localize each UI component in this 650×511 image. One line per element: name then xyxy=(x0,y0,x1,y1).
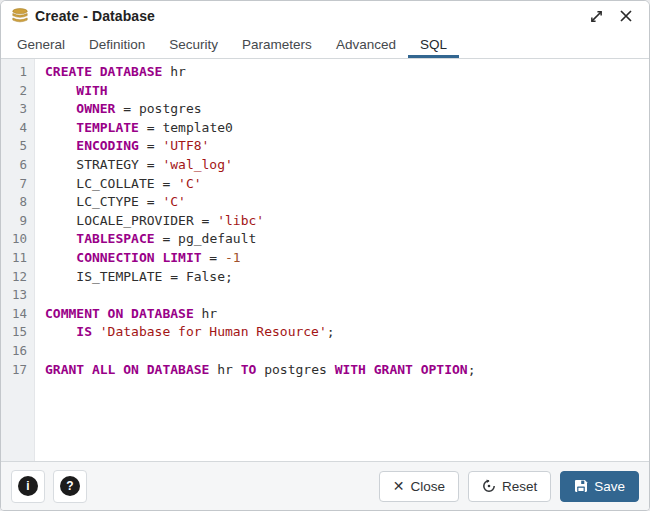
code-line: OWNER = postgres xyxy=(45,100,649,119)
code-token: LC_CTYPE = xyxy=(45,194,162,209)
reset-button[interactable]: Reset xyxy=(468,471,551,502)
save-button-label: Save xyxy=(594,479,625,494)
dialog-title: Create - Database xyxy=(35,8,155,24)
expand-icon[interactable] xyxy=(585,5,607,27)
code-token: hr xyxy=(209,362,240,377)
code-token: 'UTF8' xyxy=(162,138,209,153)
code-token: ; xyxy=(468,362,476,377)
code-token: WITH GRANT OPTION xyxy=(335,362,468,377)
code-token: -1 xyxy=(225,250,241,265)
line-number: 10 xyxy=(1,230,27,249)
code-token: TO xyxy=(241,362,257,377)
code-token: STRATEGY = xyxy=(45,157,162,172)
gutter: 1234567891011121314151617 xyxy=(1,59,35,461)
code-token: WITH xyxy=(76,83,107,98)
line-number: 15 xyxy=(1,323,27,342)
close-button[interactable]: ✕ Close xyxy=(379,471,459,502)
tab-definition[interactable]: Definition xyxy=(77,31,157,58)
close-icon[interactable] xyxy=(615,5,637,27)
code-token: CONNECTION LIMIT xyxy=(76,250,201,265)
line-number: 16 xyxy=(1,342,27,361)
line-number: 13 xyxy=(1,286,27,305)
code-line: LC_CTYPE = 'C' xyxy=(45,193,649,212)
code-line: COMMENT ON DATABASE hr xyxy=(45,305,649,324)
code-token: hr xyxy=(162,64,185,79)
footer: i ? ✕ Close Reset Save xyxy=(1,461,649,510)
code-line: CONNECTION LIMIT = -1 xyxy=(45,249,649,268)
code-token: LOCALE_PROVIDER = xyxy=(45,213,217,228)
x-icon: ✕ xyxy=(393,479,405,493)
create-database-dialog: Create - Database GeneralDefinitionSecur… xyxy=(0,0,650,511)
code-line: LOCALE_PROVIDER = 'libc' xyxy=(45,212,649,231)
line-number: 17 xyxy=(1,361,27,380)
code-token: IS_TEMPLATE = False; xyxy=(45,269,233,284)
code-line: IS 'Database for Human Resource'; xyxy=(45,323,649,342)
code-token: 'wal_log' xyxy=(162,157,232,172)
line-number: 2 xyxy=(1,82,27,101)
code-line: ENCODING = 'UTF8' xyxy=(45,137,649,156)
code-token xyxy=(45,138,76,153)
tab-general[interactable]: General xyxy=(5,31,77,58)
code-line: STRATEGY = 'wal_log' xyxy=(45,156,649,175)
tab-sql[interactable]: SQL xyxy=(408,31,459,58)
line-number: 4 xyxy=(1,119,27,138)
code-token: = pg_default xyxy=(155,231,257,246)
save-button[interactable]: Save xyxy=(560,471,639,502)
tab-security[interactable]: Security xyxy=(157,31,230,58)
code-line xyxy=(45,286,649,305)
line-number: 5 xyxy=(1,137,27,156)
code-token: = template0 xyxy=(139,120,233,135)
line-number: 1 xyxy=(1,63,27,82)
tab-bar: GeneralDefinitionSecurityParametersAdvan… xyxy=(1,31,649,59)
code-token: = xyxy=(139,138,162,153)
code-token: ENCODING xyxy=(76,138,139,153)
code-token: TABLESPACE xyxy=(76,231,154,246)
code-token xyxy=(45,83,76,98)
code-line: IS_TEMPLATE = False; xyxy=(45,268,649,287)
code-token: 'Database for Human Resource' xyxy=(100,324,327,339)
close-icon-glyph xyxy=(620,10,632,22)
code-token xyxy=(45,101,76,116)
line-number: 6 xyxy=(1,156,27,175)
code-token xyxy=(45,231,76,246)
code-token: ; xyxy=(327,324,335,339)
sql-editor[interactable]: 1234567891011121314151617 CREATE DATABAS… xyxy=(1,59,649,461)
code-token: LC_COLLATE = xyxy=(45,176,178,191)
floppy-icon xyxy=(574,479,588,493)
code-token: 'C' xyxy=(162,194,185,209)
close-button-label: Close xyxy=(410,479,445,494)
code-token xyxy=(45,324,76,339)
reset-arrow-icon xyxy=(482,479,496,493)
info-button[interactable]: i xyxy=(11,470,45,503)
help-icon: ? xyxy=(60,476,80,496)
tab-parameters[interactable]: Parameters xyxy=(230,31,324,58)
line-number: 8 xyxy=(1,193,27,212)
code-token: hr xyxy=(194,306,217,321)
code-line: LC_COLLATE = 'C' xyxy=(45,175,649,194)
reset-button-label: Reset xyxy=(502,479,537,494)
code-token xyxy=(92,324,100,339)
code-token: = xyxy=(202,250,225,265)
code-line: TABLESPACE = pg_default xyxy=(45,230,649,249)
code-token: GRANT ALL ON DATABASE xyxy=(45,362,209,377)
code-token: = postgres xyxy=(115,101,201,116)
code-content: CREATE DATABASE hr WITH OWNER = postgres… xyxy=(35,59,649,461)
code-line: TEMPLATE = template0 xyxy=(45,119,649,138)
code-token: OWNER xyxy=(76,101,115,116)
info-icon: i xyxy=(18,476,38,496)
code-token: postgres xyxy=(256,362,334,377)
code-line: WITH xyxy=(45,82,649,101)
code-token: 'libc' xyxy=(217,213,264,228)
code-line xyxy=(45,342,649,361)
code-token: TEMPLATE xyxy=(76,120,139,135)
code-token: CREATE DATABASE xyxy=(45,64,162,79)
code-line: CREATE DATABASE hr xyxy=(45,63,649,82)
code-token xyxy=(45,250,76,265)
tab-advanced[interactable]: Advanced xyxy=(324,31,408,58)
line-number: 14 xyxy=(1,305,27,324)
code-token: IS xyxy=(76,324,92,339)
help-button[interactable]: ? xyxy=(53,470,87,503)
title-bar: Create - Database xyxy=(1,1,649,31)
code-line: GRANT ALL ON DATABASE hr TO postgres WIT… xyxy=(45,361,649,380)
expand-icon-glyph xyxy=(590,10,603,23)
